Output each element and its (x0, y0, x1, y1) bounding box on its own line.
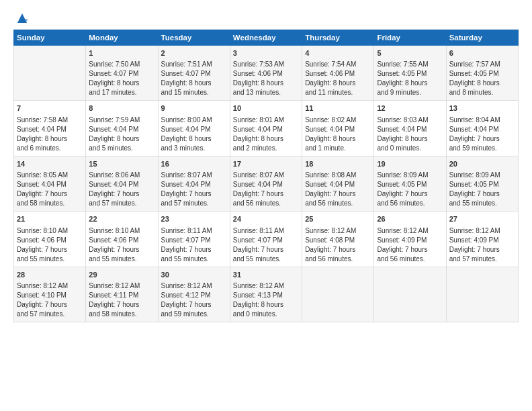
cell-info: and 57 minutes. (17, 310, 83, 319)
calendar-cell: 20Sunrise: 8:09 AMSunset: 4:05 PMDayligh… (446, 156, 518, 211)
day-number: 17 (233, 159, 299, 169)
cell-info: Daylight: 7 hours (233, 189, 299, 199)
calendar-cell: 26Sunrise: 8:12 AMSunset: 4:09 PMDayligh… (374, 212, 446, 267)
logo (13, 11, 30, 23)
cell-info: Daylight: 8 hours (161, 134, 227, 144)
cell-info: and 57 minutes. (449, 255, 515, 264)
day-number: 4 (305, 48, 371, 58)
header-day-friday: Friday (374, 30, 446, 46)
cell-info: Sunrise: 7:58 AM (17, 116, 83, 125)
cell-info: Daylight: 7 hours (449, 189, 515, 199)
week-row-2: 7Sunrise: 7:58 AMSunset: 4:04 PMDaylight… (14, 101, 519, 156)
cell-info: Sunrise: 7:51 AM (161, 60, 227, 69)
cell-info: Sunrise: 8:12 AM (161, 281, 227, 291)
cell-info: Sunset: 4:13 PM (233, 291, 299, 300)
cell-info: Sunset: 4:06 PM (89, 236, 154, 245)
cell-info: Sunrise: 8:00 AM (161, 116, 227, 125)
calendar-cell: 7Sunrise: 7:58 AMSunset: 4:04 PMDaylight… (14, 101, 86, 156)
header-day-monday: Monday (86, 30, 158, 46)
cell-info: Sunset: 4:04 PM (377, 125, 443, 134)
calendar-cell: 22Sunrise: 8:10 AMSunset: 4:06 PMDayligh… (86, 212, 158, 267)
day-number: 8 (89, 103, 154, 113)
calendar-cell: 1Sunrise: 7:50 AMSunset: 4:07 PMDaylight… (86, 46, 158, 101)
cell-info: and 56 minutes. (305, 255, 371, 264)
cell-info: Daylight: 8 hours (233, 300, 299, 310)
cell-info: Daylight: 8 hours (17, 134, 83, 144)
cell-info: Sunset: 4:09 PM (449, 236, 515, 245)
cell-info: Sunrise: 8:10 AM (17, 226, 83, 236)
cell-info: Sunrise: 7:53 AM (233, 60, 299, 69)
header-day-thursday: Thursday (302, 30, 374, 46)
calendar-cell (374, 267, 446, 322)
cell-info: Sunset: 4:05 PM (449, 180, 515, 189)
cell-info: Sunrise: 8:02 AM (305, 116, 371, 125)
calendar-cell: 11Sunrise: 8:02 AMSunset: 4:04 PMDayligh… (302, 101, 374, 156)
cell-info: Sunset: 4:08 PM (305, 236, 371, 245)
cell-info: Daylight: 8 hours (89, 79, 154, 88)
day-number: 21 (17, 214, 83, 224)
cell-info: and 57 minutes. (161, 199, 227, 208)
calendar-cell: 21Sunrise: 8:10 AMSunset: 4:06 PMDayligh… (14, 212, 86, 267)
cell-info: Sunrise: 8:12 AM (17, 281, 83, 291)
header-day-sunday: Sunday (14, 30, 86, 46)
day-number: 16 (161, 159, 227, 169)
day-number: 18 (305, 159, 371, 169)
cell-info: Sunrise: 8:12 AM (377, 226, 443, 236)
calendar-cell: 3Sunrise: 7:53 AMSunset: 4:06 PMDaylight… (230, 46, 302, 101)
cell-info: Sunrise: 8:03 AM (377, 116, 443, 125)
cell-info: Sunset: 4:06 PM (17, 236, 83, 245)
cell-info: Daylight: 7 hours (17, 300, 83, 310)
day-number: 13 (449, 103, 515, 113)
day-number: 27 (449, 214, 515, 224)
week-row-1: 1Sunrise: 7:50 AMSunset: 4:07 PMDaylight… (14, 46, 519, 101)
cell-info: and 55 minutes. (449, 199, 515, 208)
day-number: 31 (233, 270, 299, 280)
calendar-cell: 30Sunrise: 8:12 AMSunset: 4:12 PMDayligh… (158, 267, 230, 322)
cell-info: Sunrise: 8:09 AM (449, 171, 515, 180)
cell-info: Sunset: 4:04 PM (305, 125, 371, 134)
cell-info: and 56 minutes. (305, 199, 371, 208)
cell-info: and 11 minutes. (305, 88, 371, 97)
cell-info: and 17 minutes. (89, 88, 154, 97)
cell-info: and 58 minutes. (89, 310, 154, 319)
calendar-cell: 29Sunrise: 8:12 AMSunset: 4:11 PMDayligh… (86, 267, 158, 322)
day-number: 26 (377, 214, 443, 224)
calendar-cell (302, 267, 374, 322)
cell-info: Daylight: 7 hours (449, 245, 515, 255)
cell-info: Daylight: 8 hours (233, 134, 299, 144)
day-number: 14 (17, 159, 83, 169)
cell-info: and 59 minutes. (161, 310, 227, 319)
calendar-cell: 4Sunrise: 7:54 AMSunset: 4:06 PMDaylight… (302, 46, 374, 101)
cell-info: and 56 minutes. (233, 199, 299, 208)
cell-info: and 57 minutes. (89, 199, 154, 208)
cell-info: Daylight: 7 hours (89, 189, 154, 199)
calendar-cell: 23Sunrise: 8:11 AMSunset: 4:07 PMDayligh… (158, 212, 230, 267)
header-day-saturday: Saturday (446, 30, 518, 46)
calendar-cell: 18Sunrise: 8:08 AMSunset: 4:04 PMDayligh… (302, 156, 374, 211)
day-number: 9 (161, 103, 227, 113)
day-number: 19 (377, 159, 443, 169)
calendar-cell: 24Sunrise: 8:11 AMSunset: 4:07 PMDayligh… (230, 212, 302, 267)
calendar-cell: 27Sunrise: 8:12 AMSunset: 4:09 PMDayligh… (446, 212, 518, 267)
calendar-cell: 6Sunrise: 7:57 AMSunset: 4:05 PMDaylight… (446, 46, 518, 101)
cell-info: Sunset: 4:11 PM (89, 291, 154, 300)
day-number: 1 (89, 48, 154, 58)
calendar-cell: 10Sunrise: 8:01 AMSunset: 4:04 PMDayligh… (230, 101, 302, 156)
cell-info: and 1 minute. (305, 144, 371, 153)
cell-info: and 55 minutes. (161, 255, 227, 264)
cell-info: and 6 minutes. (17, 144, 83, 153)
cell-info: Sunrise: 8:04 AM (449, 116, 515, 125)
cell-info: Daylight: 8 hours (305, 79, 371, 88)
calendar-cell: 31Sunrise: 8:12 AMSunset: 4:13 PMDayligh… (230, 267, 302, 322)
cell-info: Sunrise: 8:12 AM (233, 281, 299, 291)
cell-info: and 15 minutes. (161, 88, 227, 97)
cell-info: Daylight: 8 hours (377, 134, 443, 144)
cell-info: Sunrise: 8:12 AM (89, 281, 154, 291)
cell-info: Sunrise: 8:11 AM (161, 226, 227, 236)
cell-info: and 0 minutes. (377, 144, 443, 153)
calendar-cell: 14Sunrise: 8:05 AMSunset: 4:04 PMDayligh… (14, 156, 86, 211)
cell-info: Daylight: 7 hours (17, 189, 83, 199)
cell-info: Sunset: 4:04 PM (305, 180, 371, 189)
cell-info: Sunset: 4:04 PM (17, 125, 83, 134)
cell-info: Sunset: 4:07 PM (233, 236, 299, 245)
